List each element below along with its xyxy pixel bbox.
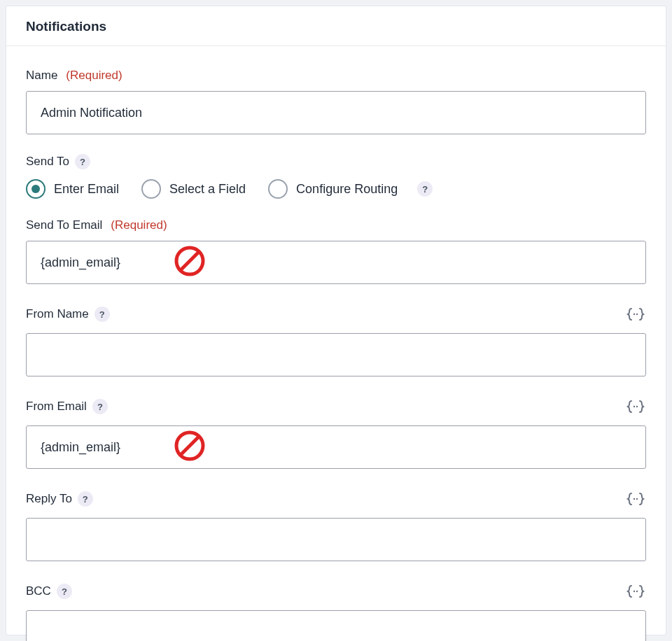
name-label: Name bbox=[26, 69, 57, 83]
merge-tag-icon[interactable] bbox=[625, 581, 646, 602]
help-icon[interactable]: ? bbox=[94, 307, 110, 322]
send-to-group: Send To ? Enter Email Select a Field Con… bbox=[26, 154, 646, 199]
name-field-group: Name (Required) bbox=[26, 69, 646, 134]
from-name-input[interactable] bbox=[26, 333, 646, 376]
radio-select-field[interactable]: Select a Field bbox=[141, 179, 246, 199]
radio-configure-routing[interactable]: Configure Routing bbox=[268, 179, 398, 199]
help-icon[interactable]: ? bbox=[75, 154, 90, 169]
radio-label: Configure Routing bbox=[296, 182, 398, 197]
reply-to-label: Reply To bbox=[26, 492, 72, 506]
radio-icon bbox=[141, 179, 161, 199]
merge-tag-icon[interactable] bbox=[625, 304, 646, 325]
panel-title: Notifications bbox=[6, 6, 666, 46]
from-email-group: From Email ? bbox=[26, 396, 646, 469]
svg-point-10 bbox=[634, 591, 635, 592]
reply-to-group: Reply To ? bbox=[26, 488, 646, 561]
send-to-email-input[interactable] bbox=[26, 241, 646, 284]
notifications-panel: Notifications Name (Required) Send To ? bbox=[6, 6, 666, 635]
svg-point-9 bbox=[636, 498, 638, 500]
radio-icon bbox=[268, 179, 288, 199]
svg-point-11 bbox=[636, 591, 638, 592]
radio-icon bbox=[26, 179, 46, 199]
send-to-email-required: (Required) bbox=[111, 218, 167, 232]
help-icon[interactable]: ? bbox=[417, 181, 433, 197]
svg-point-3 bbox=[636, 314, 638, 315]
merge-tag-icon[interactable] bbox=[625, 488, 646, 509]
from-email-input[interactable] bbox=[26, 425, 646, 469]
svg-point-2 bbox=[634, 314, 635, 315]
send-to-label: Send To bbox=[26, 155, 69, 169]
help-icon[interactable]: ? bbox=[92, 399, 108, 414]
svg-point-8 bbox=[634, 498, 635, 500]
name-required: (Required) bbox=[66, 69, 122, 83]
radio-label: Select a Field bbox=[169, 182, 246, 197]
reply-to-input[interactable] bbox=[26, 518, 646, 561]
send-to-email-label: Send To Email bbox=[26, 218, 102, 232]
from-name-label: From Name bbox=[26, 307, 89, 321]
send-to-options: Enter Email Select a Field Configure Rou… bbox=[26, 179, 646, 199]
bcc-label: BCC bbox=[26, 584, 51, 598]
bcc-input[interactable] bbox=[26, 610, 646, 641]
svg-point-4 bbox=[634, 406, 635, 407]
radio-label: Enter Email bbox=[54, 182, 119, 197]
merge-tag-icon[interactable] bbox=[625, 396, 646, 417]
help-icon[interactable]: ? bbox=[78, 491, 93, 507]
name-input[interactable] bbox=[26, 91, 646, 134]
bcc-group: BCC ? bbox=[26, 581, 646, 641]
send-to-email-group: Send To Email (Required) bbox=[26, 218, 646, 284]
from-name-group: From Name ? bbox=[26, 304, 646, 376]
help-icon[interactable]: ? bbox=[57, 584, 72, 599]
radio-enter-email[interactable]: Enter Email bbox=[26, 179, 119, 199]
from-email-label: From Email bbox=[26, 400, 87, 414]
svg-point-5 bbox=[636, 406, 638, 407]
panel-body: Name (Required) Send To ? Enter Email bbox=[6, 46, 666, 641]
